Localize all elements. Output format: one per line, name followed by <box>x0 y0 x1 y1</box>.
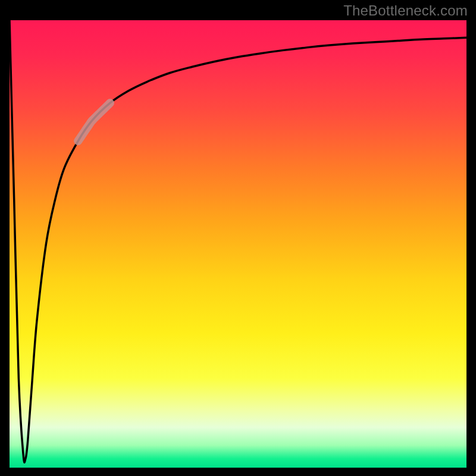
highlight-band-path <box>78 103 110 141</box>
plot-area <box>10 20 466 468</box>
main-curve-path <box>10 20 466 462</box>
watermark-text: TheBottleneck.com <box>343 2 468 19</box>
chart-svg <box>10 20 466 468</box>
chart-root: TheBottleneck.com <box>0 0 476 476</box>
